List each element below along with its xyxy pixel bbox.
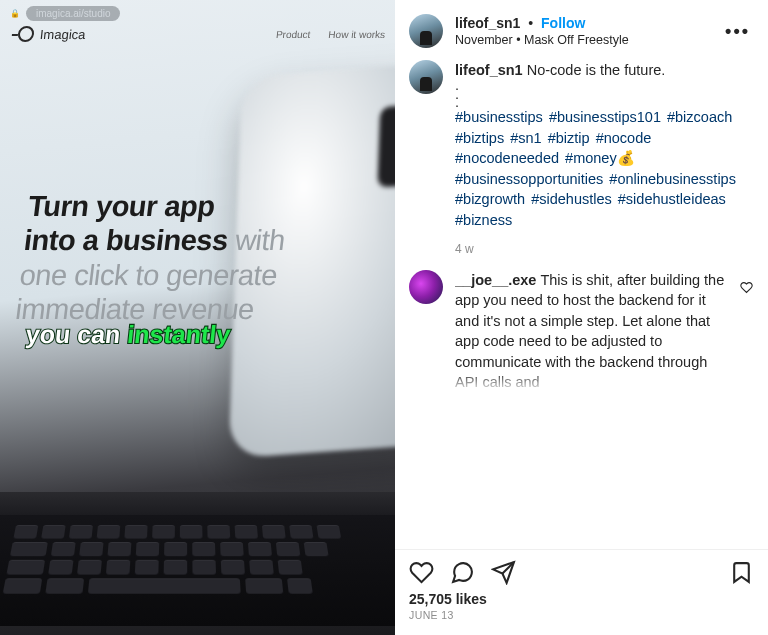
hashtag-link[interactable]: #sn1	[510, 130, 545, 146]
nav-item-how: How it works	[328, 29, 386, 40]
comment-text: This is shit, after building the app you…	[455, 272, 724, 391]
hashtag-link[interactable]: #businessopportunities	[455, 171, 607, 187]
audio-track[interactable]: Mask Off Freestyle	[524, 33, 629, 47]
hashtag-link[interactable]: #businesstips	[455, 109, 547, 125]
caption-hashtag-block: #businesstips #businesstips101 #bizcoach…	[455, 107, 754, 230]
brand-logo: Imagica	[17, 26, 86, 42]
comment-body: __joe__.exeThis is shit, after building …	[455, 270, 728, 393]
heart-outline-icon	[740, 281, 753, 294]
action-bar	[395, 549, 768, 591]
hashtag-link[interactable]: #bizness	[455, 212, 512, 228]
hashtag-link[interactable]: #nocode	[596, 130, 652, 146]
heart-icon	[409, 560, 434, 585]
audio-separator: •	[513, 33, 524, 47]
caption-spacer-dot: .	[455, 81, 754, 90]
caption-white-part: you can	[25, 320, 129, 348]
comment-entry: __joe__.exeThis is shit, after building …	[409, 270, 754, 393]
post-body[interactable]: lifeof_sn1No-code is the future. . . . #…	[395, 58, 768, 549]
like-button[interactable]	[409, 560, 434, 585]
like-comment-button[interactable]	[740, 280, 754, 393]
author-username[interactable]: lifeof_sn1	[455, 15, 520, 31]
post-header: lifeof_sn1 • Follow November • Mask Off …	[395, 0, 768, 58]
nav-item-product: Product	[275, 29, 311, 40]
caption-spacer-dot: .	[455, 90, 754, 99]
post-date: JUNE 13	[395, 607, 768, 635]
caption-age: 4 w	[455, 241, 754, 258]
header-text: lifeof_sn1 • Follow November • Mask Off …	[455, 14, 709, 48]
video-caption-overlay: you can instantly	[24, 320, 231, 349]
address-url: imagica.ai/studio	[26, 6, 120, 21]
caption-green-part: instantly	[126, 320, 232, 348]
caption-body: lifeof_sn1No-code is the future. . . . #…	[455, 60, 754, 257]
brand-name: Imagica	[39, 27, 86, 42]
comment-icon	[450, 560, 475, 585]
separator-dot: •	[528, 15, 533, 31]
hashtag-link[interactable]: #sidehustleideas	[618, 191, 726, 207]
hashtag-link[interactable]: #biztips	[455, 130, 508, 146]
hashtag-link[interactable]: #money💰	[565, 150, 635, 166]
follow-button[interactable]: Follow	[541, 15, 585, 31]
hashtag-link[interactable]: #bizgrowth	[455, 191, 529, 207]
share-button[interactable]	[491, 560, 516, 585]
hashtag-link[interactable]: #nocodeneeded	[455, 150, 563, 166]
share-icon	[491, 560, 516, 585]
comment-button[interactable]	[450, 560, 475, 585]
hashtag-link[interactable]: #bizcoach	[667, 109, 732, 125]
caption-text-lead: No-code is the future.	[527, 62, 666, 78]
bookmark-icon	[729, 560, 754, 585]
post-caption: lifeof_sn1No-code is the future. . . . #…	[409, 60, 754, 257]
comment-author-avatar[interactable]	[409, 270, 443, 304]
browser-address-bar: 🔒 imagica.ai/studio	[10, 6, 120, 21]
likes-count[interactable]: 25,705 likes	[395, 591, 768, 607]
hero-headline: Turn your app into a business with one c…	[14, 190, 344, 326]
comment-author-username[interactable]: __joe__.exe	[455, 272, 536, 288]
laptop-keyboard	[0, 515, 395, 626]
author-avatar[interactable]	[409, 14, 443, 48]
site-header: Imagica Product How it works	[18, 26, 395, 42]
headline-line-1: Turn your app	[26, 190, 343, 223]
hashtag-link[interactable]: #biztip	[548, 130, 594, 146]
caption-author-avatar[interactable]	[409, 60, 443, 94]
post-panel: lifeof_sn1 • Follow November • Mask Off …	[395, 0, 768, 635]
lock-icon: 🔒	[10, 9, 20, 18]
logo-mark-icon	[17, 26, 35, 42]
site-nav: Product How it works	[275, 29, 385, 40]
headline-line-2-bold: into a business	[22, 224, 230, 256]
hashtag-link[interactable]: #businesstips101	[549, 109, 665, 125]
post-media[interactable]: 🔒 imagica.ai/studio Imagica Product How …	[0, 0, 395, 635]
audio-artist[interactable]: November	[455, 33, 513, 47]
caption-spacer-dot: .	[455, 98, 754, 107]
hashtag-link[interactable]: #onlinebusinesstips	[609, 171, 736, 187]
more-options-button[interactable]: •••	[721, 21, 754, 42]
hashtag-link[interactable]: #sidehustles	[531, 191, 616, 207]
save-button[interactable]	[729, 560, 754, 585]
caption-author-username[interactable]: lifeof_sn1	[455, 62, 523, 78]
